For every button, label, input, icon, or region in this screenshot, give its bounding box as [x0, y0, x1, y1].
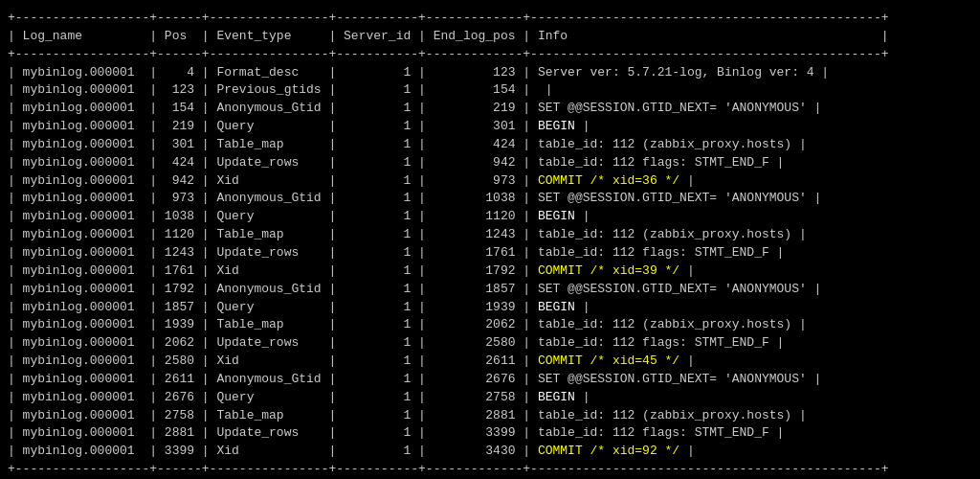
terminal: +------------------+------+-------------… [0, 0, 980, 479]
info-cell: COMMIT /* xid=45 */ [538, 354, 679, 368]
table-row: | mybinlog.000001 | 1792 | Anonymous_Gti… [8, 281, 972, 299]
info-cell: table_id: 112 (zabbix_proxy.hosts) [538, 408, 791, 422]
table-row: | mybinlog.000001 | 1761 | Xid | 1 | 179… [8, 262, 972, 281]
table-row: | mybinlog.000001 | 1939 | Table_map | 1… [8, 316, 972, 334]
table-row: | mybinlog.000001 | 2676 | Query | 1 | 2… [8, 389, 972, 407]
table-row: | mybinlog.000001 | 1038 | Query | 1 | 1… [8, 208, 972, 226]
info-cell: table_id: 112 (zabbix_proxy.hosts) [538, 227, 791, 241]
divider-bottom: +------------------+------+-------------… [8, 461, 972, 479]
table-row: | mybinlog.000001 | 942 | Xid | 1 | 973 … [8, 172, 972, 191]
table-row: | mybinlog.000001 | 1857 | Query | 1 | 1… [8, 299, 972, 317]
info-cell: table_id: 112 flags: STMT_END_F [538, 335, 769, 350]
divider-top: +------------------+------+-------------… [8, 10, 972, 28]
info-cell: BEGIN [538, 209, 575, 223]
table-row: | mybinlog.000001 | 2580 | Xid | 1 | 261… [8, 353, 972, 371]
table-row: | mybinlog.000001 | 2611 | Anonymous_Gti… [8, 371, 972, 389]
table-row: | mybinlog.000001 | 2758 | Table_map | 1… [8, 407, 972, 425]
info-cell: table_id: 112 (zabbix_proxy.hosts) [538, 317, 791, 331]
header-row: | Log_name | Pos | Event_type | Server_i… [8, 28, 972, 46]
table-row: | mybinlog.000001 | 424 | Update_rows | … [8, 154, 972, 172]
table-row: | mybinlog.000001 | 123 | Previous_gtids… [8, 81, 972, 100]
info-cell: SET @@SESSION.GTID_NEXT= 'ANONYMOUS' [538, 282, 807, 296]
table-row: | mybinlog.000001 | 3399 | Xid | 1 | 343… [8, 443, 972, 461]
info-cell: COMMIT /* xid=36 */ [538, 173, 679, 188]
table-row: | mybinlog.000001 | 2062 | Update_rows |… [8, 334, 972, 353]
info-cell: table_id: 112 (zabbix_proxy.hosts) [538, 137, 791, 151]
info-cell: table_id: 112 flags: STMT_END_F [538, 245, 769, 260]
info-cell: BEGIN [538, 300, 575, 314]
info-cell: SET @@SESSION.GTID_NEXT= 'ANONYMOUS' [538, 372, 807, 386]
info-cell: SET @@SESSION.GTID_NEXT= 'ANONYMOUS' [538, 101, 807, 115]
info-cell: BEGIN [538, 119, 575, 133]
table-row: | mybinlog.000001 | 219 | Query | 1 | 30… [8, 118, 972, 136]
table-row: | mybinlog.000001 | 973 | Anonymous_Gtid… [8, 190, 972, 208]
data-rows: | mybinlog.000001 | 4 | Format_desc | 1 … [8, 64, 972, 462]
info-cell: COMMIT /* xid=92 */ [538, 444, 679, 458]
table-container: +------------------+------+-------------… [8, 10, 972, 479]
table-row: | mybinlog.000001 | 1120 | Table_map | 1… [8, 226, 972, 244]
info-cell: Server ver: 5.7.21-log, Binlog ver: 4 [538, 65, 814, 80]
table-row: | mybinlog.000001 | 154 | Anonymous_Gtid… [8, 100, 972, 118]
divider-mid: +------------------+------+-------------… [8, 46, 972, 64]
info-cell: COMMIT /* xid=39 */ [538, 263, 679, 278]
info-cell: BEGIN [538, 390, 575, 404]
table-row: | mybinlog.000001 | 2881 | Update_rows |… [8, 424, 972, 443]
info-cell: SET @@SESSION.GTID_NEXT= 'ANONYMOUS' [538, 191, 807, 205]
table-row: | mybinlog.000001 | 301 | Table_map | 1 … [8, 136, 972, 154]
table-row: | mybinlog.000001 | 1243 | Update_rows |… [8, 244, 972, 262]
table-row: | mybinlog.000001 | 4 | Format_desc | 1 … [8, 64, 972, 82]
info-cell: table_id: 112 flags: STMT_END_F [538, 155, 769, 170]
info-cell: table_id: 112 flags: STMT_END_F [538, 425, 769, 440]
